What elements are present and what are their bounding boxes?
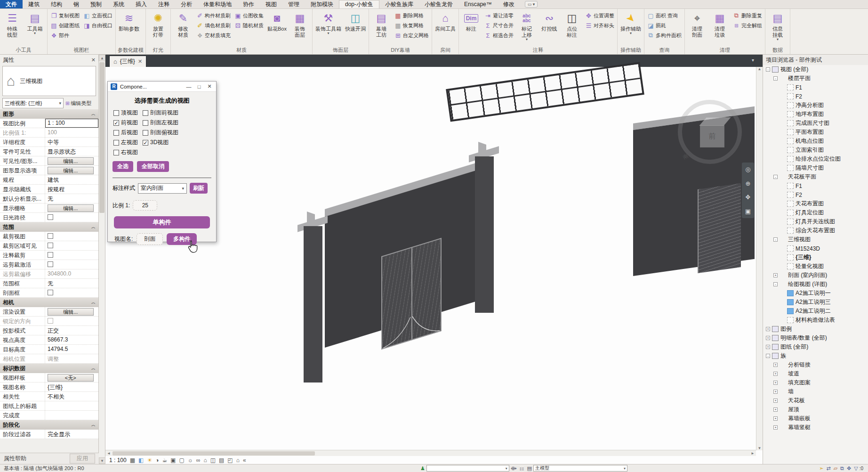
tree-item[interactable]: +墙 (763, 387, 868, 396)
property-value[interactable]: 按规程 (45, 185, 98, 194)
tree-item[interactable]: 完成面尺寸图 (763, 119, 868, 128)
scroll-right-icon[interactable]: ► (751, 451, 755, 456)
sun-path-icon[interactable]: ☀ (147, 457, 152, 464)
area-query-button[interactable]: ▢面积 查询 (646, 11, 683, 20)
collapse-chevron-icon[interactable]: ︿ (91, 366, 96, 372)
light-control-line-button[interactable]: ∾灯控线 (538, 10, 560, 47)
canvas-vertical-scrollbar[interactable]: ▲ ▼ (756, 67, 763, 450)
tree-item[interactable]: 平面布置图 (763, 128, 868, 137)
scroll-up-icon[interactable]: ▲ (99, 55, 105, 61)
property-value[interactable] (45, 317, 98, 326)
property-group-相机[interactable]: 相机︿ (0, 298, 98, 307)
position-adjust-button[interactable]: ✥位置调整 (584, 11, 616, 20)
clean-garbage-button[interactable]: ▦清理垃圾 (709, 10, 731, 47)
tab-list-chevron-icon[interactable]: ▾ (752, 57, 754, 63)
property-group-图形[interactable]: 图形︿ (0, 109, 98, 119)
select-underlay-icon[interactable]: ⧉ (840, 465, 844, 472)
custom-grid-button[interactable]: ⊞自定义网格 (393, 31, 430, 40)
tree-item[interactable]: 灯具定位图 (763, 208, 868, 217)
info-mount-button[interactable]: ▤信息挂载▾ (767, 10, 788, 47)
checkbox-box[interactable] (113, 130, 119, 136)
checkbox-3D视图[interactable]: ✓3D视图 (143, 138, 178, 146)
collapse-icon[interactable]: « (243, 457, 246, 464)
render-icon[interactable]: ☕ (162, 457, 167, 464)
tree-item[interactable]: +幕墙竖梃 (763, 423, 868, 432)
property-value[interactable]: 14794.5 (45, 345, 98, 354)
curtain-wall-model[interactable] (446, 62, 644, 122)
temporary-view-properties-icon[interactable]: ▤ (219, 457, 224, 464)
tab-视图[interactable]: 视图 (260, 0, 282, 8)
tree-item[interactable]: 净高分析图 (763, 101, 868, 110)
align-header-button[interactable]: ☰对齐标头 (584, 21, 616, 30)
collapse-icon[interactable]: - (766, 67, 770, 72)
view-lock-icon[interactable]: ⌂ (236, 457, 240, 464)
property-value[interactable]: 完全显示 (45, 430, 98, 439)
tree-item[interactable]: -天花板平面 (763, 172, 868, 181)
checkbox[interactable] (48, 261, 53, 267)
tab-分析[interactable]: 分析 (175, 0, 198, 8)
tree-item[interactable]: 综合天花布置图 (763, 226, 868, 235)
scroll-down-icon[interactable]: ▼ (758, 446, 762, 450)
double-door[interactable] (381, 238, 442, 350)
detail-level-icon[interactable]: ▦ (130, 457, 135, 464)
tree-item[interactable]: +屋顶 (763, 405, 868, 414)
tree-item[interactable]: A2施工说明一 (763, 289, 868, 298)
collapse-chevron-icon[interactable]: ︿ (91, 422, 96, 428)
special-linetype-button[interactable]: ☰特殊线型 (1, 10, 23, 47)
worksharing-display-icon[interactable]: ◫ (210, 457, 216, 464)
tab-修改[interactable]: 修改 (498, 0, 520, 8)
property-value[interactable] (45, 232, 98, 241)
property-value[interactable] (45, 241, 98, 250)
property-value[interactable]: 无 (45, 279, 98, 288)
checkbox-box[interactable] (143, 110, 148, 116)
tab-结构[interactable]: 结构 (45, 0, 68, 8)
checkbox-右视图[interactable]: 右视图 (113, 148, 138, 156)
tree-item[interactable]: A2施工说明二 (763, 307, 868, 316)
modify-material-button[interactable]: ✎修改材质 (172, 10, 194, 47)
checkbox-box[interactable] (143, 120, 148, 126)
expand-icon[interactable]: + (773, 399, 778, 403)
tab-dop-小鲛鱼[interactable]: dop-小鲛鱼 (339, 0, 379, 8)
expand-icon[interactable]: + (766, 336, 770, 340)
collapse-icon[interactable]: - (766, 354, 770, 358)
scale-input[interactable]: 25 (133, 200, 157, 211)
checkbox-顶视图[interactable]: 顶视图 (113, 109, 138, 117)
property-value[interactable] (45, 213, 98, 222)
copy-view-button[interactable]: ❐复制视图 (49, 11, 81, 20)
properties-scrollbar[interactable]: ▲ ▼ (99, 55, 105, 464)
delete-grid-button[interactable]: ▦删除网格 (393, 11, 430, 20)
scroll-left-icon[interactable]: ◄ (107, 451, 111, 456)
property-value[interactable]: 304800.0 (45, 269, 98, 278)
curtain-workshop-button[interactable]: ▤幕墙工坊 (370, 10, 392, 47)
delete-duplicate-button[interactable]: ⧉删除重复 (731, 11, 764, 20)
tag-move-up-button[interactable]: abcabc标记上移▾ (516, 10, 538, 47)
checkbox[interactable] (48, 318, 53, 324)
property-value[interactable]: 中等 (45, 138, 98, 146)
checkbox-前视图[interactable]: ✓前视图 (113, 119, 138, 127)
checkbox-左视图[interactable]: 左视图 (113, 138, 138, 146)
right-wall-door[interactable] (698, 183, 741, 273)
property-group-阶段化[interactable]: 阶段化︿ (0, 420, 98, 430)
property-value[interactable]: 建筑 (45, 175, 98, 184)
property-value[interactable]: <无> (45, 373, 98, 382)
tree-item[interactable]: 轻量化视图 (763, 262, 868, 271)
single-component-button[interactable]: 单构件 (114, 216, 210, 228)
property-value[interactable]: 100 (45, 128, 98, 137)
multi-component-area-button[interactable]: ⧉多构件面积 (646, 31, 683, 40)
full-ungroup-button[interactable]: ⧈完全解组 (731, 21, 764, 30)
decor-toolbox-button[interactable]: ⚒装饰工具箱▾ (314, 10, 343, 47)
loss-button[interactable]: ◪损耗 (646, 21, 683, 30)
expand-icon[interactable]: + (766, 327, 770, 331)
edit-type-button[interactable]: ⊞ 编辑类型 (65, 98, 96, 108)
worksharing-display-icon[interactable]: ⚏ (520, 465, 524, 472)
checkbox-box[interactable]: ✓ (113, 120, 119, 126)
exclude-pins-icon[interactable]: ▱ (834, 465, 837, 472)
viewcube-front-face[interactable]: 前 (700, 125, 724, 147)
tree-item[interactable]: F2 (763, 190, 868, 199)
tree-item[interactable]: -视图 (全部) (763, 65, 868, 74)
close-view-icon[interactable]: ✕ (138, 58, 142, 65)
crop-view-icon[interactable]: ▣ (170, 457, 176, 464)
place-light-strip-button[interactable]: ✺放置灯带 (147, 10, 169, 47)
tab-体量和场地[interactable]: 体量和场地 (198, 0, 237, 8)
property-value[interactable]: 调整 (45, 354, 98, 363)
